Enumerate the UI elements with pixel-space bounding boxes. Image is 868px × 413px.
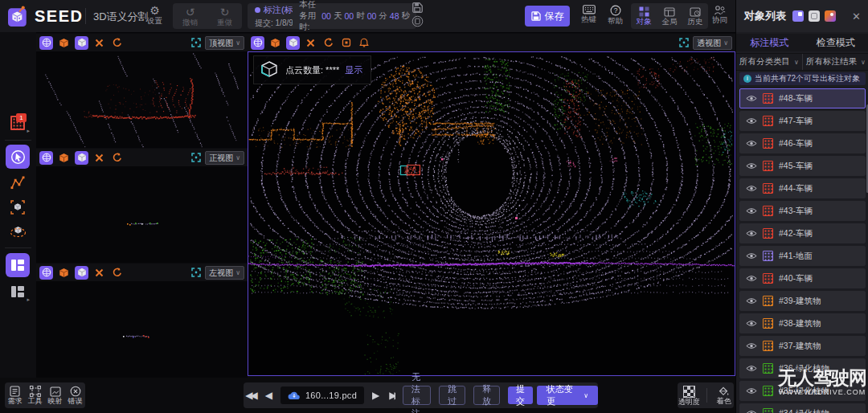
collab-button[interactable]: 协同: [712, 5, 727, 24]
close-icon[interactable]: ✕: [852, 10, 861, 22]
view-select-left[interactable]: 左视图∨: [205, 266, 244, 280]
rotate-box-tool[interactable]: [6, 219, 30, 243]
wireframe-toggle-icon[interactable]: [39, 36, 53, 50]
mapping-button[interactable]: 映射: [45, 386, 65, 405]
app-logo[interactable]: SEED: [8, 6, 83, 27]
tab-inspect-mode[interactable]: 检查模式: [803, 34, 868, 51]
global-panel-button[interactable]: 全局: [662, 7, 678, 26]
layout-split-tool[interactable]: [6, 253, 30, 277]
shaded-cube-toggle-icon[interactable]: [286, 36, 300, 50]
top-view-canvas[interactable]: [36, 51, 248, 148]
view-select-main[interactable]: 透视图∨: [693, 36, 732, 50]
shaded-cube-toggle-icon[interactable]: [75, 266, 88, 280]
scale-box-tool[interactable]: [6, 195, 30, 219]
history-panel-button[interactable]: 历史: [688, 7, 703, 26]
rotate-view-icon[interactable]: [321, 36, 335, 50]
front-view-canvas[interactable]: [36, 166, 248, 263]
select-tool[interactable]: [6, 145, 30, 169]
visibility-eye-icon[interactable]: [746, 252, 757, 260]
visibility-eye-icon[interactable]: [746, 342, 757, 350]
visibility-eye-icon[interactable]: [746, 297, 757, 305]
visibility-eye-icon[interactable]: [746, 230, 757, 237]
object-list-item[interactable]: #48-车辆: [739, 88, 866, 108]
settings-button[interactable]: ⚙ 设置: [147, 5, 162, 25]
prev-frame-button[interactable]: ◀: [260, 390, 277, 401]
status-change-button[interactable]: 状态变更 ∨: [537, 386, 598, 405]
visibility-eye-icon[interactable]: [746, 207, 757, 215]
left-view-canvas[interactable]: [36, 281, 248, 378]
object-list-item[interactable]: #38-建筑物: [739, 313, 866, 333]
rotate-view-icon[interactable]: [110, 151, 124, 165]
segmentation-objects-tool[interactable]: 1 ▸: [6, 111, 30, 135]
object-list-item[interactable]: #45-车辆: [739, 156, 866, 176]
view-select-front[interactable]: 正视图∨: [205, 151, 244, 165]
visibility-eye-icon[interactable]: [746, 387, 757, 395]
show-link[interactable]: 显示: [345, 64, 362, 76]
wireframe-toggle-icon[interactable]: [39, 151, 53, 165]
help-button[interactable]: ? 帮助: [608, 5, 623, 25]
object-list-item[interactable]: #35-绿化植物: [739, 381, 866, 401]
file-chip[interactable]: 160...19.pcd: [280, 386, 364, 404]
focus-icon[interactable]: [191, 153, 201, 162]
visibility-eye-icon[interactable]: [746, 275, 757, 282]
result-filter-select[interactable]: 所有标注结果 ∨: [802, 54, 868, 70]
action-button-2[interactable]: 释放: [473, 386, 500, 405]
first-frame-button[interactable]: ◀◀: [240, 390, 260, 401]
visibility-eye-icon[interactable]: [746, 410, 757, 413]
bounds-toggle-icon[interactable]: [339, 36, 353, 50]
object-list-item[interactable]: #39-建筑物: [739, 291, 866, 311]
panel-mode-chip-orange[interactable]: [825, 10, 836, 22]
action-button-1[interactable]: 跳过: [439, 386, 465, 405]
wireframe-toggle-icon[interactable]: [39, 266, 53, 280]
tools-button[interactable]: 工具: [25, 386, 45, 405]
rotate-view-icon[interactable]: [110, 266, 124, 280]
autosave-icon[interactable]: [411, 15, 424, 27]
redo-button[interactable]: ↻ 重做: [217, 6, 232, 27]
tab-annotate-mode[interactable]: 标注模式: [736, 34, 803, 51]
solid-cube-toggle-icon[interactable]: [57, 151, 71, 165]
object-list-item[interactable]: #41-地面: [739, 246, 866, 266]
colorize-button[interactable]: 着色: [714, 386, 734, 405]
visibility-eye-icon[interactable]: [746, 162, 757, 170]
solid-cube-toggle-icon[interactable]: [268, 36, 282, 50]
save-button[interactable]: 保存: [525, 6, 570, 27]
layout-alt-tool[interactable]: ▸: [6, 280, 30, 304]
undo-button[interactable]: ↺ 撤销: [182, 6, 198, 27]
reset-view-icon[interactable]: [92, 151, 106, 165]
focus-icon[interactable]: [191, 268, 201, 277]
rotate-view-icon[interactable]: [110, 36, 124, 50]
submit-button[interactable]: 提交: [508, 386, 533, 404]
focus-icon[interactable]: [191, 38, 201, 47]
polyline-tool[interactable]: [6, 170, 30, 194]
wireframe-toggle-icon[interactable]: [251, 36, 264, 50]
panel-mode-chip-purple[interactable]: [792, 10, 804, 22]
object-list-item[interactable]: #42-车辆: [739, 223, 866, 243]
object-list-item[interactable]: #36-绿化植物: [739, 358, 866, 378]
visibility-eye-icon[interactable]: [746, 365, 757, 372]
action-button-0[interactable]: 无法标注: [403, 386, 431, 405]
visibility-eye-icon[interactable]: [746, 140, 757, 147]
main-viewport[interactable]: 点云数量: **** 显示: [248, 51, 735, 376]
errors-button[interactable]: 错误: [65, 386, 85, 405]
visibility-eye-icon[interactable]: [746, 185, 757, 192]
objects-panel-button[interactable]: 对象: [637, 6, 652, 26]
point-cloud-canvas[interactable]: [248, 52, 735, 375]
next-frame-button[interactable]: ▶: [367, 390, 384, 401]
focus-icon[interactable]: [679, 38, 689, 47]
object-list-item[interactable]: #43-车辆: [739, 201, 866, 221]
reset-view-icon[interactable]: [304, 36, 317, 50]
reset-view-icon[interactable]: [92, 36, 106, 50]
view-select-top[interactable]: 顶视图∨: [205, 36, 244, 50]
visibility-eye-icon[interactable]: [746, 320, 757, 327]
requirements-button[interactable]: 需求: [5, 386, 25, 405]
shaded-cube-toggle-icon[interactable]: [75, 36, 88, 50]
visibility-eye-icon[interactable]: [746, 117, 757, 125]
notify-toggle-icon[interactable]: [357, 36, 371, 50]
category-filter-select[interactable]: 所有分类类目 ∨: [736, 54, 802, 70]
solid-cube-toggle-icon[interactable]: [57, 36, 71, 50]
hotkey-button[interactable]: 热键: [581, 5, 596, 23]
reset-view-icon[interactable]: [92, 266, 106, 280]
visibility-eye-icon[interactable]: [746, 95, 757, 102]
object-list-item[interactable]: #47-车辆: [739, 111, 866, 131]
object-list-item[interactable]: #40-车辆: [739, 268, 866, 288]
